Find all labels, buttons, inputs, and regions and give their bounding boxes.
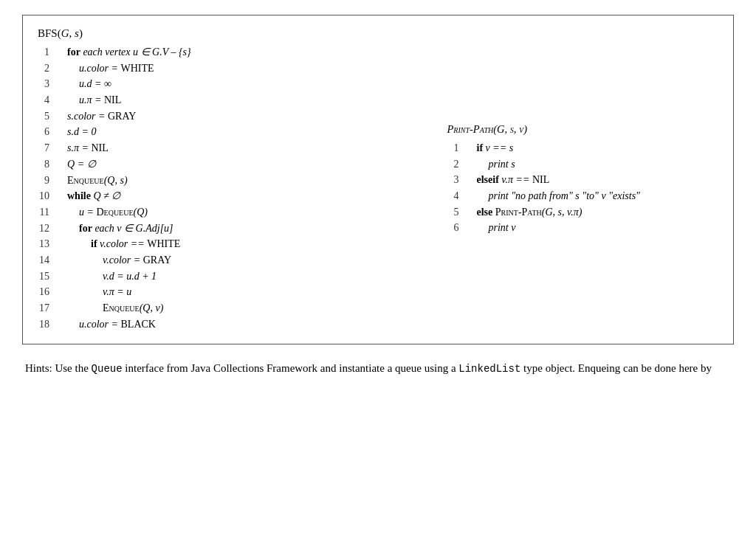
bfs-title: BFS(G, s) — [38, 27, 418, 40]
bfs-line-11: 11 u = Dequeue(Q) — [38, 204, 418, 221]
line-text: for each vertex u ∈ G.V – {s} — [67, 44, 191, 60]
line-text: v.π = u — [103, 284, 131, 300]
queue-mono: Queue — [92, 363, 123, 375]
line-number: 4 — [38, 92, 55, 108]
line-text: v.color = GRAY — [103, 252, 171, 268]
line-number: 17 — [38, 300, 55, 316]
line-text: u.color = WHITE — [79, 60, 154, 77]
line-number: 5 — [38, 108, 55, 125]
bfs-line-10: 10 while Q ≠ ∅ — [38, 188, 418, 204]
bfs-line-6: 6 s.d = 0 — [38, 124, 418, 140]
line-text: s.π = NIL — [67, 140, 109, 156]
bfs-line-5: 5 s.color = GRAY — [38, 108, 418, 125]
line-number: 15 — [38, 268, 55, 285]
line-number: 9 — [38, 173, 55, 189]
bfs-line-7: 7 s.π = NIL — [38, 140, 418, 156]
bfs-line-2: 2 u.color = WHITE — [38, 60, 418, 77]
algorithm-container: BFS(G, s) 1 for each vertex u ∈ G.V – {s… — [22, 15, 734, 344]
bfs-algorithm: BFS(G, s) 1 for each vertex u ∈ G.V – {s… — [38, 27, 418, 332]
pp-line-5: 5 else Print-Path(G, s, v.π) — [447, 204, 719, 221]
bfs-line-16: 16 v.π = u — [38, 284, 418, 300]
line-number: 3 — [447, 172, 465, 188]
hints-interface-word: interface — [125, 362, 163, 374]
line-number: 13 — [38, 236, 55, 252]
line-text: if v == s — [477, 140, 514, 156]
line-text: v.d = u.d + 1 — [103, 268, 157, 285]
print-path-code-lines: 1 if v == s 2 print s 3 elseif v.π == NI… — [447, 140, 719, 236]
line-text: if v.color == WHITE — [91, 236, 180, 252]
bfs-line-4: 4 u.π = NIL — [38, 92, 418, 108]
line-text: print v — [489, 220, 516, 236]
linkedlist-mono: LinkedList — [458, 363, 520, 375]
print-path-title: Print-Path(G, s, v) — [447, 123, 719, 136]
line-text: u = Dequeue(Q) — [79, 204, 148, 221]
bfs-line-9: 9 Enqueue(Q, s) — [38, 173, 418, 189]
line-number: 2 — [38, 60, 55, 77]
line-number: 1 — [447, 140, 465, 156]
line-text: u.d = ∞ — [79, 76, 111, 92]
line-text: elseif v.π == NIL — [477, 172, 550, 188]
bfs-line-1: 1 for each vertex u ∈ G.V – {s} — [38, 44, 418, 60]
bfs-line-18: 18 u.color = BLACK — [38, 316, 418, 333]
line-number: 3 — [38, 76, 55, 92]
bfs-line-12: 12 for each v ∈ G.Adj[u] — [38, 221, 418, 237]
bfs-line-13: 13 if v.color == WHITE — [38, 236, 418, 252]
line-number: 2 — [447, 156, 465, 173]
pp-line-6: 6 print v — [447, 220, 719, 236]
line-number: 4 — [447, 188, 465, 204]
line-text: s.d = 0 — [67, 124, 96, 140]
line-number: 10 — [38, 188, 55, 204]
line-number: 8 — [38, 156, 55, 173]
line-number: 12 — [38, 221, 55, 237]
line-text: for each v ∈ G.Adj[u] — [79, 221, 173, 237]
line-number: 6 — [38, 124, 55, 140]
bfs-line-8: 8 Q = ∅ — [38, 156, 418, 173]
line-text: Enqueue(Q, v) — [103, 300, 163, 316]
line-number: 7 — [38, 140, 55, 156]
line-number: 5 — [447, 204, 465, 221]
pp-line-4: 4 print "no path from" s "to" v "exists" — [447, 188, 719, 204]
line-text: print "no path from" s "to" v "exists" — [489, 188, 641, 204]
line-number: 1 — [38, 44, 55, 60]
line-number: 11 — [38, 204, 55, 221]
line-text: Enqueue(Q, s) — [67, 173, 128, 189]
line-text: s.color = GRAY — [67, 108, 136, 125]
line-number: 14 — [38, 252, 55, 268]
bfs-line-17: 17 Enqueue(Q, v) — [38, 300, 418, 316]
hints-label: Hints: — [25, 362, 52, 374]
print-path-algorithm: Print-Path(G, s, v) 1 if v == s 2 print … — [447, 27, 719, 236]
line-text: u.color = BLACK — [79, 316, 156, 333]
bfs-line-14: 14 v.color = GRAY — [38, 252, 418, 268]
bfs-code-lines: 1 for each vertex u ∈ G.V – {s} 2 u.colo… — [38, 44, 418, 332]
hints-paragraph: Hints: Use the Queue interface from Java… — [22, 359, 734, 377]
bfs-line-3: 3 u.d = ∞ — [38, 76, 418, 92]
bfs-line-15: 15 v.d = u.d + 1 — [38, 268, 418, 285]
line-text: print s — [489, 156, 515, 173]
line-text: else Print-Path(G, s, v.π) — [477, 204, 583, 221]
line-number: 18 — [38, 316, 55, 333]
pp-line-2: 2 print s — [447, 156, 719, 173]
line-text: while Q ≠ ∅ — [67, 188, 120, 204]
line-text: u.π = NIL — [79, 92, 121, 108]
line-number: 6 — [447, 220, 465, 236]
pp-line-1: 1 if v == s — [447, 140, 719, 156]
pp-line-3: 3 elseif v.π == NIL — [447, 172, 719, 188]
line-text: Q = ∅ — [67, 156, 96, 173]
line-number: 16 — [38, 284, 55, 300]
